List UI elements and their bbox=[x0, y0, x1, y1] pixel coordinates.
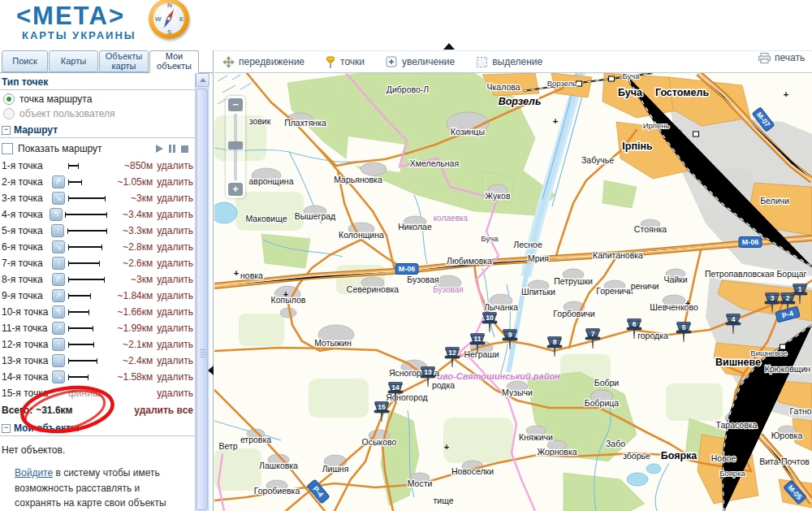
svg-text:9: 9 bbox=[508, 331, 512, 339]
zoom-out-button[interactable]: − bbox=[228, 98, 243, 111]
map-viewport[interactable]: М-06М-06М-07М-05Р-4Р-4++++++++ЧкаловаДиб… bbox=[214, 73, 812, 511]
segment-distance: ~2.8км bbox=[107, 241, 153, 253]
map-label: Горобиевка bbox=[254, 486, 300, 496]
delete-point-link[interactable]: удалить bbox=[157, 274, 193, 285]
segment-distance: ~2.4км bbox=[107, 355, 153, 366]
map-label: иво-Святошинський район bbox=[437, 371, 560, 381]
delete-point-link[interactable]: удалить bbox=[157, 388, 193, 399]
svg-text:2: 2 bbox=[786, 294, 790, 302]
route-point-label: 1-я точка bbox=[2, 160, 52, 171]
map-label: Неграши bbox=[464, 349, 499, 359]
svg-text:4: 4 bbox=[732, 315, 736, 323]
meta-logo[interactable]: <МЕТА> bbox=[16, 2, 125, 31]
tool-zoom-in-button[interactable]: увеличение bbox=[386, 56, 455, 68]
route-point-label: 3-я точка bbox=[2, 193, 52, 204]
segment-distance: ~1.84км bbox=[107, 290, 153, 301]
tab-map-objects[interactable]: Объекты карты bbox=[99, 50, 149, 72]
delete-point-link[interactable]: удалить bbox=[157, 306, 193, 318]
route-point-row: 12-я точка↑~2.1кмудалить bbox=[0, 336, 195, 353]
section-my-objects[interactable]: − Мои объекты bbox=[0, 419, 195, 436]
church-cross-icon: + bbox=[444, 442, 449, 452]
print-button[interactable]: печать bbox=[758, 52, 805, 63]
route-pin-7[interactable]: 7 bbox=[585, 329, 600, 349]
sidebar-scrollbar[interactable] bbox=[195, 73, 209, 511]
map-label: Любимовка bbox=[447, 256, 492, 266]
tool-pan-button[interactable]: передвижение bbox=[222, 56, 304, 68]
move-icon bbox=[222, 56, 235, 68]
delete-point-link[interactable]: удалить bbox=[157, 371, 193, 383]
delete-point-link[interactable]: удалить bbox=[157, 241, 193, 253]
collapse-icon[interactable]: − bbox=[2, 424, 11, 433]
route-total-row: Всего:~31.6кмудалить все bbox=[0, 401, 195, 419]
zoom-slider-thumb[interactable] bbox=[228, 141, 243, 149]
map-label: Капитановка bbox=[593, 250, 643, 260]
map-label: Буча bbox=[622, 73, 640, 80]
scroll-up-button[interactable] bbox=[196, 73, 209, 87]
route-point-row: 10-я точка↰~1.66кмудалить bbox=[0, 304, 195, 320]
delete-point-link[interactable]: удалить bbox=[157, 339, 193, 350]
delete-point-link[interactable]: удалить bbox=[157, 176, 193, 188]
play-icon[interactable] bbox=[156, 145, 163, 153]
map-label: етровка bbox=[240, 435, 271, 444]
map-label: городка bbox=[637, 331, 668, 340]
section-route[interactable]: − Маршрут bbox=[0, 121, 195, 138]
delete-point-link[interactable]: удалить bbox=[157, 160, 193, 171]
delete-point-link[interactable]: удалить bbox=[157, 193, 193, 204]
route-point-row: 1-я точка~850мудалить bbox=[0, 158, 195, 174]
collapse-icon[interactable]: − bbox=[2, 126, 11, 135]
turn-direction-icon: ↰ bbox=[52, 305, 68, 318]
map-label: Чкалова bbox=[486, 82, 520, 92]
map-label: Боярка bbox=[661, 450, 698, 461]
scrollbar-thumb[interactable] bbox=[197, 89, 208, 510]
svg-text:12: 12 bbox=[448, 349, 456, 357]
stop-icon[interactable] bbox=[181, 145, 188, 153]
tab-maps[interactable]: Карты bbox=[49, 50, 98, 72]
delete-point-link[interactable]: удалить bbox=[157, 225, 193, 236]
map-canvas[interactable]: М-06М-06М-07М-05Р-4Р-4++++++++ЧкаловаДиб… bbox=[214, 73, 812, 511]
svg-text:М-06: М-06 bbox=[399, 265, 416, 273]
radio-icon[interactable] bbox=[3, 93, 15, 105]
svg-text:15: 15 bbox=[378, 403, 386, 411]
delete-point-link[interactable]: удалить bbox=[157, 355, 193, 366]
tool-select-button[interactable]: выделение bbox=[476, 56, 542, 68]
map-zoom-control[interactable]: − + bbox=[226, 96, 245, 198]
delete-point-link[interactable]: удалить bbox=[157, 258, 193, 269]
route-pin-10[interactable]: 10 bbox=[482, 313, 497, 333]
map-toolbar: передвижение точки увеличение выделение bbox=[214, 50, 812, 73]
zoom-in-button[interactable]: + bbox=[228, 183, 243, 196]
zoom-in-icon bbox=[386, 56, 398, 68]
delete-all-link[interactable]: удалить все bbox=[134, 405, 193, 416]
route-pin-8[interactable]: 8 bbox=[547, 337, 562, 357]
login-link[interactable]: Войдите bbox=[15, 467, 53, 479]
meta-maps-app: { "header": { "logo": "<МЕТА>", "logo_su… bbox=[0, 0, 812, 511]
radio-user-object[interactable]: объект пользователя bbox=[0, 106, 195, 121]
panel-collapse-arrow[interactable] bbox=[208, 366, 214, 375]
delete-point-link[interactable]: удалить bbox=[157, 209, 193, 220]
tool-points-button[interactable]: точки bbox=[326, 56, 365, 68]
radio-route-point[interactable]: точка маршрута bbox=[0, 92, 195, 106]
toolbar-collapse-icon[interactable] bbox=[443, 43, 455, 50]
map-label: Юровка bbox=[771, 431, 803, 440]
route-pin-15[interactable]: 15 bbox=[374, 402, 389, 422]
selection-icon bbox=[476, 56, 488, 68]
show-route-checkbox[interactable] bbox=[2, 143, 13, 154]
map-label: Маковище bbox=[245, 214, 287, 223]
route-point-label: 7-я точка bbox=[2, 258, 52, 269]
login-hint-text: Войдите в систему чтобы иметь возможност… bbox=[15, 466, 177, 511]
map-label: Козинцы bbox=[451, 127, 485, 136]
pause-icon[interactable] bbox=[169, 145, 175, 153]
delete-point-link[interactable]: удалить bbox=[157, 290, 193, 301]
delete-point-link[interactable]: удалить bbox=[157, 323, 193, 334]
segment-distance: ~1.66км bbox=[107, 306, 153, 318]
tab-search[interactable]: Поиск bbox=[2, 50, 48, 72]
tab-my-objects[interactable]: Мои объекты bbox=[149, 50, 199, 73]
route-point-row: 11-я точка↗~1.99кмудалить bbox=[0, 320, 195, 336]
map-label: Забучье bbox=[581, 155, 614, 165]
turn-direction-icon: ↰ bbox=[50, 208, 65, 221]
map-label: Мотыжин bbox=[314, 338, 352, 348]
map-label: Новое bbox=[711, 453, 736, 463]
map-label: реничи bbox=[631, 281, 659, 291]
route-pin-5[interactable]: 5 bbox=[676, 323, 691, 343]
route-point-row-finish: 15-я точкафинишудалить bbox=[0, 385, 195, 401]
map-label: Вышеград bbox=[295, 211, 335, 221]
